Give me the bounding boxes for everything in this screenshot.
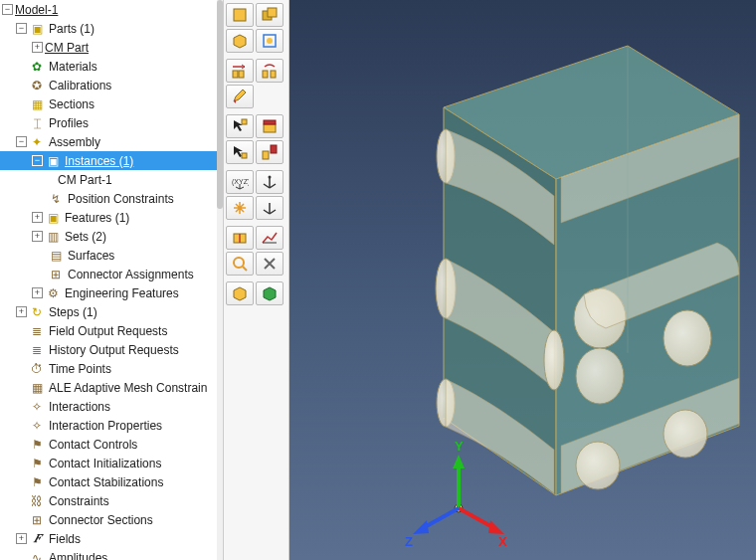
tree-label-ale: ALE Adaptive Mesh Constrain (49, 381, 207, 395)
expand-icon[interactable]: + (32, 212, 43, 223)
tree-node-cm-part[interactable]: + CM Part (0, 38, 217, 57)
tree-node-position-constraints[interactable]: ↯ Position Constraints (0, 189, 217, 208)
tool-mesh[interactable] (256, 196, 284, 220)
contact-init-icon: ⚑ (29, 456, 45, 471)
tree-label-parts: Parts (1) (49, 22, 94, 36)
tool-datum-csys[interactable]: (XYZ) (226, 170, 254, 194)
tree-node-contact-init[interactable]: ⚑ Contact Initializations (0, 454, 217, 472)
tool-rotate[interactable] (256, 140, 284, 164)
tree-node-amplitudes[interactable]: ∿ Amplitudes (0, 548, 217, 560)
spacer-icon (16, 61, 27, 72)
tree-scrollbar-thumb[interactable] (217, 0, 223, 209)
fields-icon: 𝐹 (29, 531, 45, 547)
triad-z-label: Z (405, 534, 413, 548)
tool-linear-pattern[interactable] (226, 59, 254, 83)
tree-label-calibrations: Calibrations (49, 79, 111, 93)
collapse-icon[interactable]: − (16, 136, 27, 147)
tool-translate[interactable] (226, 140, 254, 164)
expand-icon[interactable]: + (32, 42, 43, 53)
tree-node-surfaces[interactable]: ▤ Surfaces (0, 246, 217, 265)
tool-visibility[interactable] (256, 281, 284, 305)
tool-partition[interactable] (226, 226, 254, 250)
svg-rect-13 (263, 151, 269, 159)
collapse-icon[interactable]: − (32, 155, 43, 166)
tree-node-connector-assignments[interactable]: ⊞ Connector Assignments (0, 265, 217, 283)
collapse-icon[interactable]: − (2, 4, 13, 15)
expand-icon[interactable]: + (16, 306, 27, 317)
tree-node-contact-controls[interactable]: ⚑ Contact Controls (0, 435, 217, 454)
tool-tools[interactable] (256, 252, 284, 276)
tool-instance-tool[interactable] (256, 29, 284, 53)
tree-label-history-output: History Output Requests (49, 343, 179, 357)
tool-create-instance[interactable] (226, 29, 254, 53)
tree-node-calibrations[interactable]: ✪ Calibrations (0, 76, 217, 94)
tree-label-connector-sections: Connector Sections (49, 513, 153, 527)
tool-edit[interactable] (226, 85, 254, 108)
tree-node-instances[interactable]: − ▣ Instances (1) (0, 151, 217, 170)
surfaces-icon: ▤ (48, 248, 64, 264)
tool-part-manager[interactable] (256, 3, 284, 27)
tool-color-code[interactable] (226, 281, 254, 305)
tree-node-profiles[interactable]: ⌶ Profiles (0, 113, 217, 132)
tree-node-time-points[interactable]: ⏱ Time Points (0, 359, 217, 378)
tree-node-steps[interactable]: + ↻ Steps (1) (0, 302, 217, 321)
model-tree[interactable]: − Model-1 − ▣ Parts (1) + CM Part ✿ Mate… (0, 0, 217, 560)
tool-select-options[interactable] (226, 114, 254, 138)
tool-query[interactable] (226, 252, 254, 276)
tree-scrollbar[interactable] (217, 0, 223, 560)
connector-sections-icon: ⊞ (29, 512, 45, 528)
tree-node-ale[interactable]: ▦ ALE Adaptive Mesh Constrain (0, 378, 217, 397)
tree-label-cm-part: CM Part (45, 41, 89, 55)
tree-node-connector-sections[interactable]: ⊞ Connector Sections (0, 510, 217, 529)
tree-label-assembly: Assembly (49, 135, 100, 149)
collapse-icon[interactable]: − (16, 23, 27, 34)
tool-wireframe[interactable] (256, 226, 284, 250)
tree-node-history-output[interactable]: ≣ History Output Requests (0, 340, 217, 359)
expand-icon[interactable]: + (32, 287, 43, 298)
viewport-3d[interactable]: Y X Z (289, 0, 756, 560)
expand-icon[interactable]: + (16, 533, 27, 544)
tool-create-part[interactable] (226, 3, 254, 27)
svg-point-18 (234, 258, 244, 268)
svg-line-33 (423, 508, 459, 528)
tree-node-model[interactable]: − Model-1 (0, 0, 217, 19)
tool-radial-pattern[interactable] (256, 59, 284, 83)
tree-node-interactions[interactable]: ✧ Interactions (0, 397, 217, 416)
spacer-icon (16, 495, 27, 506)
tree-node-materials[interactable]: ✿ Materials (0, 57, 217, 76)
spacer-icon (16, 476, 27, 487)
tree-node-sets[interactable]: + ▥ Sets (2) (0, 227, 217, 246)
profiles-icon: ⌶ (29, 115, 45, 131)
tree-node-contact-stab[interactable]: ⚑ Contact Stabilizations (0, 472, 217, 491)
tree-label-materials: Materials (49, 60, 97, 74)
tree-node-assembly[interactable]: − ✦ Assembly (0, 132, 217, 151)
tool-datum-point[interactable] (256, 170, 284, 194)
calibrations-icon: ✪ (29, 78, 45, 93)
spacer-icon (16, 439, 27, 450)
tool-merge[interactable] (226, 196, 254, 220)
tree-node-parts[interactable]: − ▣ Parts (1) (0, 19, 217, 38)
tree-label-steps: Steps (1) (49, 305, 97, 319)
tree-node-sections[interactable]: ▦ Sections (0, 94, 217, 113)
tree-node-field-output[interactable]: ≣ Field Output Requests (0, 321, 217, 340)
history-output-icon: ≣ (29, 342, 45, 358)
expand-icon[interactable]: + (32, 231, 43, 242)
tree-node-constraints[interactable]: ⛓ Constraints (0, 491, 217, 510)
tool-highlight[interactable] (256, 114, 284, 138)
svg-rect-8 (271, 71, 276, 78)
model-render (289, 0, 756, 560)
tree-node-engineering-features[interactable]: + ⚙ Engineering Features (0, 283, 217, 302)
tree-label-field-output: Field Output Requests (49, 324, 167, 338)
tree-node-fields[interactable]: + 𝐹 Fields (0, 529, 217, 548)
tree-label-instances: Instances (1) (65, 154, 133, 168)
tree-node-interaction-properties[interactable]: ✧ Interaction Properties (0, 416, 217, 435)
spacer-icon (16, 458, 27, 468)
svg-marker-32 (488, 520, 504, 534)
tree-node-cm-part-1[interactable]: CM Part-1 (0, 170, 217, 189)
svg-rect-11 (264, 120, 276, 124)
svg-point-26 (576, 442, 620, 489)
amplitudes-icon: ∿ (29, 550, 45, 561)
constraints-icon: ⛓ (29, 493, 45, 509)
svg-rect-0 (234, 9, 246, 21)
tree-node-features[interactable]: + ▣ Features (1) (0, 208, 217, 227)
